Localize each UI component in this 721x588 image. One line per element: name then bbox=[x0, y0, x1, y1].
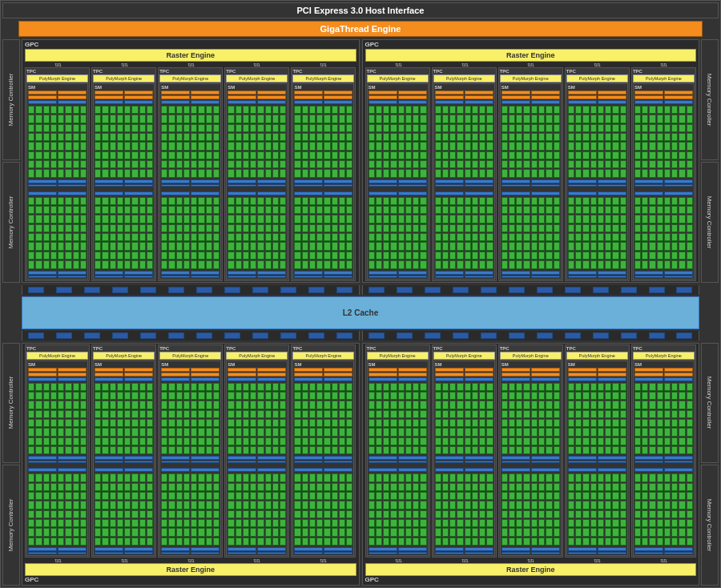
cuda-core bbox=[168, 224, 175, 232]
sm-gap bbox=[531, 464, 560, 467]
warp-scheduler bbox=[398, 95, 427, 99]
cuda-core bbox=[213, 260, 220, 268]
cuda-core bbox=[501, 160, 508, 168]
cuda-core bbox=[679, 151, 685, 159]
cuda-core bbox=[523, 124, 530, 132]
cuda-core bbox=[176, 242, 183, 250]
cuda-core bbox=[110, 242, 116, 250]
dispatch-unit bbox=[324, 468, 352, 472]
cuda-core bbox=[257, 133, 264, 141]
cuda-core-grid bbox=[95, 382, 123, 456]
cuda-core bbox=[339, 501, 345, 509]
cuda-core bbox=[236, 510, 242, 518]
cuda-core bbox=[501, 538, 508, 546]
cuda-core bbox=[346, 169, 352, 177]
cuda-core bbox=[35, 401, 42, 409]
cuda-core bbox=[687, 206, 693, 214]
sm-label: SM bbox=[435, 362, 493, 368]
cuda-core bbox=[449, 428, 456, 436]
cuda-core bbox=[679, 419, 685, 427]
cuda-core bbox=[302, 528, 308, 536]
cuda-core bbox=[582, 124, 589, 132]
memory-controller: Memory Controller bbox=[701, 343, 719, 464]
cuda-core bbox=[449, 383, 456, 391]
cuda-core bbox=[465, 252, 471, 260]
cuda-core-grid bbox=[191, 196, 220, 270]
cuda-core bbox=[176, 124, 183, 132]
cuda-core bbox=[376, 528, 382, 536]
cuda-core bbox=[95, 242, 101, 250]
crossbar-half bbox=[22, 285, 360, 295]
cuda-core bbox=[435, 538, 441, 546]
cuda-core bbox=[147, 492, 153, 500]
cuda-core bbox=[554, 473, 560, 481]
memory-controller: Memory Controller bbox=[701, 162, 719, 283]
instruction-cache bbox=[634, 91, 663, 95]
cuda-core bbox=[265, 252, 272, 260]
cuda-core bbox=[405, 483, 412, 491]
cuda-core bbox=[183, 106, 190, 114]
ld-st-units bbox=[161, 271, 190, 275]
cuda-core bbox=[316, 437, 323, 445]
sfu-units bbox=[161, 184, 190, 187]
cuda-core bbox=[102, 510, 108, 518]
cuda-core bbox=[316, 197, 323, 205]
cuda-core bbox=[605, 142, 611, 150]
cuda-core bbox=[390, 106, 397, 114]
ld-st-units bbox=[28, 456, 57, 460]
cuda-core bbox=[413, 133, 419, 141]
cuda-core bbox=[390, 392, 397, 400]
cuda-core bbox=[147, 446, 153, 454]
cuda-core bbox=[405, 492, 412, 500]
cuda-core bbox=[413, 519, 419, 527]
cuda-core bbox=[546, 206, 552, 214]
sfu-units bbox=[531, 461, 560, 463]
cuda-core bbox=[369, 401, 375, 409]
cuda-core bbox=[390, 437, 397, 445]
cuda-core bbox=[486, 410, 493, 418]
cuda-core bbox=[206, 501, 212, 509]
cuda-core bbox=[634, 473, 641, 481]
cuda-core bbox=[612, 133, 618, 141]
cuda-core bbox=[58, 233, 64, 241]
cuda-core bbox=[390, 428, 397, 436]
cuda-core bbox=[206, 142, 212, 150]
cuda-core bbox=[435, 392, 441, 400]
cuda-core bbox=[191, 519, 197, 527]
cuda-core bbox=[531, 410, 538, 418]
cuda-core bbox=[575, 233, 582, 241]
cuda-core bbox=[206, 160, 212, 168]
cuda-core bbox=[80, 446, 87, 454]
cuda-core bbox=[369, 538, 375, 546]
sfu-units bbox=[598, 184, 626, 187]
cuda-core bbox=[168, 510, 175, 518]
cuda-core bbox=[43, 160, 50, 168]
cuda-core bbox=[213, 252, 220, 260]
cuda-core bbox=[168, 124, 175, 132]
cuda-core bbox=[191, 124, 197, 132]
cuda-core bbox=[679, 383, 685, 391]
cuda-core bbox=[531, 501, 538, 509]
cuda-core bbox=[435, 401, 441, 409]
cuda-core bbox=[124, 133, 131, 141]
cuda-core bbox=[642, 492, 648, 500]
ld-st-units bbox=[398, 271, 427, 275]
cuda-core bbox=[206, 519, 212, 527]
tpc-label: TPC bbox=[292, 346, 354, 352]
cuda-core bbox=[554, 392, 560, 400]
cuda-core bbox=[649, 483, 655, 491]
dispatch-unit bbox=[465, 377, 493, 381]
cuda-core bbox=[449, 142, 456, 150]
cuda-core bbox=[369, 419, 375, 427]
cuda-core bbox=[516, 473, 522, 481]
cuda-core bbox=[176, 151, 183, 159]
cuda-core bbox=[339, 473, 345, 481]
cuda-core bbox=[228, 510, 234, 518]
cuda-core bbox=[73, 501, 79, 509]
cuda-core bbox=[257, 392, 264, 400]
cuda-core-grid bbox=[95, 196, 123, 270]
cuda-core bbox=[449, 124, 456, 132]
cuda-core bbox=[509, 206, 515, 214]
cuda-core bbox=[124, 215, 131, 223]
cuda-core bbox=[457, 428, 463, 436]
